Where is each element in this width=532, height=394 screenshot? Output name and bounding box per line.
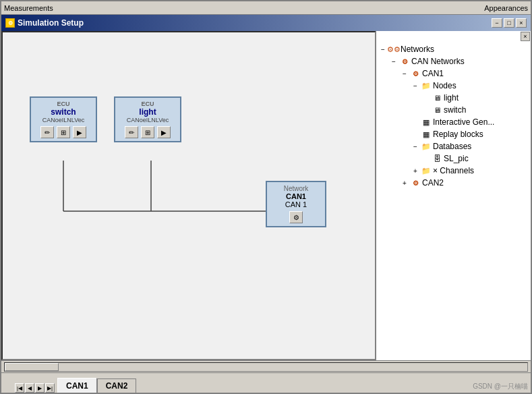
tab-can1[interactable]: CAN1 <box>57 378 97 393</box>
tree-label-can2: CAN2 <box>422 178 444 188</box>
tree-item-switch[interactable]: 🖥 switch <box>378 104 529 116</box>
tab-nav-prev[interactable]: ◀ <box>25 383 34 393</box>
ecu-switch-name: switch <box>34 107 93 117</box>
tree-item-light[interactable]: 🖥 light <box>378 92 529 104</box>
tree-expand-can2: + <box>399 177 410 188</box>
tree-expand-nodes: − <box>410 80 421 91</box>
tree-label-networks: Networks <box>401 45 434 54</box>
tree-item-sl-pic[interactable]: 🗄 SL_pic <box>378 152 529 165</box>
ecu-switch-edit-icon[interactable]: ✏ <box>40 126 54 138</box>
tree-label-can-networks: CAN Networks <box>411 57 465 66</box>
tree-item-networks[interactable]: − ⚙⚙ Networks <box>378 43 529 55</box>
tree-item-nodes[interactable]: − 📁 Nodes <box>378 80 529 92</box>
tree-label-nodes: Nodes <box>433 81 456 90</box>
title-bar-left: ⚙ Simulation Setup <box>5 18 84 28</box>
ecu-light-subtype: CANoeILNLVec <box>118 117 177 123</box>
tree-icon-sl-pic: 🗄 <box>432 153 442 164</box>
ecu-light-box: ECU light CANoeILNLVec ✏ ⊞ ▶ <box>114 96 181 142</box>
tree-icon-replay: ▦ <box>421 129 432 140</box>
tree-label-databases: Databases <box>433 142 471 151</box>
tree-expand-can1: − <box>399 68 410 79</box>
tree-expand-databases: − <box>410 141 421 152</box>
tree-label-channels: × Channels <box>433 166 474 175</box>
tree-icon-light: 🖥 <box>432 92 442 103</box>
tab-nav-buttons: |◀ ◀ ▶ ▶| <box>15 383 55 393</box>
tree-item-replay[interactable]: ▦ Replay blocks <box>378 128 529 140</box>
title-bar-controls: − □ × <box>492 18 527 28</box>
tree-icon-can1: ⚙ <box>410 68 421 79</box>
tree-panel: × − ⚙⚙ Networks − ⚙ CAN Networks − ⚙ <box>376 31 531 360</box>
network-box: Network CAN1 CAN 1 ⚙ <box>266 181 326 227</box>
ecu-light-name: light <box>118 107 177 117</box>
tree-expand-replay <box>410 129 421 140</box>
tree-icon-can-networks: ⚙ <box>399 56 410 67</box>
network-name2: CAN 1 <box>270 200 322 208</box>
tree-icon-channels: 📁 <box>421 165 432 176</box>
menu-appearances[interactable]: Appearances <box>484 4 528 12</box>
tab-nav-first[interactable]: |◀ <box>15 383 24 393</box>
ecu-light-config-icon[interactable]: ⊞ <box>141 126 154 138</box>
tab-nav-next[interactable]: ▶ <box>35 383 45 393</box>
tree-item-can2[interactable]: + ⚙ CAN2 <box>378 177 529 189</box>
tree-item-interactive[interactable]: ▦ Interactive Gen... <box>378 116 529 128</box>
tree-expand-sl-pic <box>421 153 432 164</box>
tree-label-sl-pic: SL_pic <box>444 154 469 163</box>
tree-icon-nodes: 📁 <box>421 80 432 91</box>
top-menu-strip: Measurements Appearances <box>1 1 531 15</box>
bottom-scrollbar-bar <box>1 360 531 372</box>
tree-expand-interactive <box>410 117 421 128</box>
maximize-button[interactable]: □ <box>504 18 514 28</box>
tree-icon-interactive: ▦ <box>421 117 432 128</box>
network-settings-icon[interactable]: ⚙ <box>289 211 303 223</box>
ecu-light-run-icon[interactable]: ▶ <box>157 126 171 138</box>
tree-close-button[interactable]: × <box>521 32 530 41</box>
tree-item-can1[interactable]: − ⚙ CAN1 <box>378 67 529 80</box>
tree-label-can1: CAN1 <box>422 69 444 78</box>
scroll-thumb[interactable] <box>5 363 59 371</box>
canvas-area: ECU switch CANoeILNLVec ✏ ⊞ ▶ ECU light … <box>1 31 376 360</box>
tree-label-interactive: Interactive Gen... <box>433 117 494 127</box>
tree-item-can-networks[interactable]: − ⚙ CAN Networks <box>378 55 529 67</box>
tree-label-replay: Replay blocks <box>433 130 483 139</box>
ecu-light-edit-icon[interactable]: ✏ <box>125 126 138 138</box>
ecu-light-type-label: ECU <box>118 101 177 107</box>
ecu-switch-type-label: ECU <box>34 101 93 107</box>
ecu-switch-subtype: CANoeILNLVec <box>34 117 93 123</box>
tree-label-switch: switch <box>444 105 466 115</box>
tree-expand-channels: + <box>410 165 421 176</box>
ecu-switch-icons: ✏ ⊞ ▶ <box>34 126 93 138</box>
title-bar: ⚙ Simulation Setup − □ × <box>1 15 531 31</box>
ecu-switch-config-icon[interactable]: ⊞ <box>57 126 70 138</box>
tab-nav-last[interactable]: ▶| <box>45 383 55 393</box>
tabs-bar: |◀ ◀ ▶ ▶| CAN1 CAN2 GSDN @一只楠喵 <box>1 372 531 393</box>
content-area: ECU switch CANoeILNLVec ✏ ⊞ ▶ ECU light … <box>1 31 531 360</box>
tree-icon-networks: ⚙⚙ <box>388 44 399 55</box>
tree-icon-can2: ⚙ <box>410 177 421 188</box>
app-icon: ⚙ <box>5 18 15 28</box>
tree-icon-databases: 📁 <box>421 141 432 152</box>
ecu-light-icons: ✏ ⊞ ▶ <box>118 126 177 138</box>
ecu-switch-box: ECU switch CANoeILNLVec ✏ ⊞ ▶ <box>30 96 97 142</box>
horizontal-scrollbar[interactable] <box>4 362 528 372</box>
minimize-button[interactable]: − <box>492 18 502 28</box>
tree-expand-light <box>421 92 432 103</box>
tree-icon-switch: 🖥 <box>432 105 442 115</box>
window-frame: Measurements Appearances ⚙ Simulation Se… <box>0 0 532 394</box>
tree-content: − ⚙⚙ Networks − ⚙ CAN Networks − ⚙ CAN1 <box>376 42 531 360</box>
tree-item-channels[interactable]: + 📁 × Channels <box>378 165 529 177</box>
tree-expand-can-networks: − <box>388 56 399 67</box>
network-name1: CAN1 <box>270 192 322 200</box>
ecu-switch-run-icon[interactable]: ▶ <box>73 126 86 138</box>
network-label: Network <box>270 185 322 192</box>
close-button[interactable]: × <box>516 18 527 28</box>
menu-measurements[interactable]: Measurements <box>4 4 53 12</box>
watermark-text: GSDN @一只楠喵 <box>473 382 528 391</box>
window-title: Simulation Setup <box>18 18 84 28</box>
tree-item-databases[interactable]: − 📁 Databases <box>378 140 529 152</box>
network-icon-row: ⚙ <box>270 211 322 223</box>
tab-can2[interactable]: CAN2 <box>97 378 137 393</box>
tree-expand-switch <box>421 105 432 115</box>
tree-label-light: light <box>444 93 459 103</box>
